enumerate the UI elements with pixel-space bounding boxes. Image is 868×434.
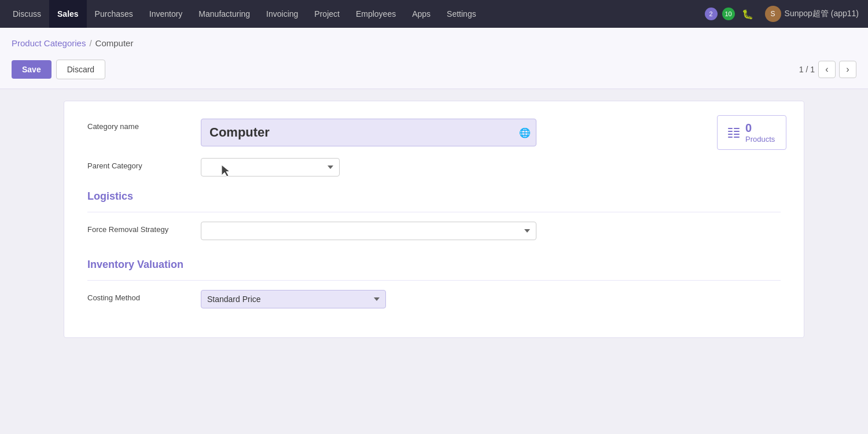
globe-icon[interactable]: 🌐 bbox=[519, 127, 531, 138]
products-smart-button[interactable]: 0 Products bbox=[717, 115, 786, 150]
logistics-section-header: Logistics bbox=[87, 190, 781, 203]
main-content: 0 Products Category name 🌐 Parent Catego… bbox=[0, 89, 868, 429]
top-navigation: Discuss Sales Purchases Inventory Manufa… bbox=[0, 0, 868, 28]
parent-category-label: Parent Category bbox=[87, 158, 192, 170]
category-name-input[interactable] bbox=[201, 119, 536, 146]
nav-manufacturing[interactable]: Manufacturing bbox=[190, 0, 258, 28]
costing-method-row: Costing Method Standard Price Average Co… bbox=[87, 290, 781, 308]
save-button[interactable]: Save bbox=[12, 60, 52, 79]
nav-project[interactable]: Project bbox=[306, 0, 348, 28]
parent-category-row: Parent Category bbox=[87, 158, 781, 176]
nav-inventory[interactable]: Inventory bbox=[141, 0, 191, 28]
topnav-right-area: 2 10 🐛 S Sunpop超管 (app11) bbox=[705, 6, 863, 22]
nav-employees[interactable]: Employees bbox=[348, 0, 404, 28]
inventory-valuation-divider bbox=[87, 280, 781, 281]
svg-rect-1 bbox=[734, 128, 740, 129]
breadcrumb-parent-link[interactable]: Product Categories bbox=[12, 38, 86, 48]
pagination: 1 / 1 ‹ › bbox=[799, 61, 856, 78]
prev-button[interactable]: ‹ bbox=[818, 61, 836, 78]
breadcrumb: Product Categories / Computer bbox=[0, 28, 868, 54]
products-count: 0 bbox=[745, 122, 775, 135]
form-toolbar: Save Discard 1 / 1 ‹ › bbox=[0, 54, 868, 89]
costing-method-label: Costing Method bbox=[87, 290, 192, 302]
pagination-text: 1 / 1 bbox=[799, 65, 815, 74]
nav-settings[interactable]: Settings bbox=[439, 0, 484, 28]
svg-rect-6 bbox=[728, 137, 733, 138]
user-label: Sunpop超管 (app11) bbox=[785, 9, 859, 19]
svg-rect-0 bbox=[728, 128, 733, 129]
category-name-wrapper: 🌐 bbox=[201, 119, 536, 146]
breadcrumb-separator: / bbox=[89, 38, 91, 48]
logistics-divider bbox=[87, 212, 781, 212]
products-label: Products bbox=[745, 135, 775, 144]
costing-method-field-area: Standard Price Average Cost (AVCO) First… bbox=[201, 290, 560, 308]
category-name-label: Category name bbox=[87, 119, 192, 131]
form-card: 0 Products Category name 🌐 Parent Catego… bbox=[64, 101, 804, 338]
force-removal-strategy-select[interactable]: First In First Out (FIFO) Last In First … bbox=[201, 222, 536, 240]
nav-purchases[interactable]: Purchases bbox=[87, 0, 141, 28]
nav-discuss[interactable]: Discuss bbox=[5, 0, 49, 28]
svg-rect-3 bbox=[734, 131, 740, 132]
costing-method-select[interactable]: Standard Price Average Cost (AVCO) First… bbox=[201, 290, 386, 308]
user-menu[interactable]: S Sunpop超管 (app11) bbox=[760, 6, 863, 22]
parent-category-field-area bbox=[201, 158, 560, 176]
nav-sales[interactable]: Sales bbox=[49, 0, 87, 28]
category-name-field-area: 🌐 bbox=[201, 119, 560, 146]
smart-button-area: 0 Products bbox=[717, 115, 786, 150]
force-removal-strategy-label: Force Removal Strategy bbox=[87, 222, 192, 234]
force-removal-strategy-row: Force Removal Strategy First In First Ou… bbox=[87, 222, 781, 240]
smart-button-content: 0 Products bbox=[745, 122, 775, 144]
parent-category-select[interactable] bbox=[201, 158, 340, 176]
inventory-valuation-section-header: Inventory Valuation bbox=[87, 259, 781, 271]
products-list-icon bbox=[727, 126, 741, 139]
badge-notifications[interactable]: 10 bbox=[722, 8, 735, 20]
nav-apps[interactable]: Apps bbox=[404, 0, 439, 28]
badge-messages[interactable]: 2 bbox=[705, 8, 718, 20]
bug-icon[interactable]: 🐛 bbox=[740, 6, 756, 22]
svg-rect-7 bbox=[734, 137, 740, 138]
avatar: S bbox=[765, 6, 781, 22]
breadcrumb-current: Computer bbox=[95, 38, 134, 48]
category-name-row: Category name 🌐 bbox=[87, 119, 781, 146]
nav-invoicing[interactable]: Invoicing bbox=[258, 0, 306, 28]
next-button[interactable]: › bbox=[839, 61, 856, 78]
discard-button[interactable]: Discard bbox=[56, 60, 105, 79]
svg-rect-4 bbox=[728, 134, 733, 135]
svg-rect-2 bbox=[728, 131, 733, 132]
svg-rect-5 bbox=[734, 134, 740, 135]
force-removal-strategy-field-area: First In First Out (FIFO) Last In First … bbox=[201, 222, 560, 240]
